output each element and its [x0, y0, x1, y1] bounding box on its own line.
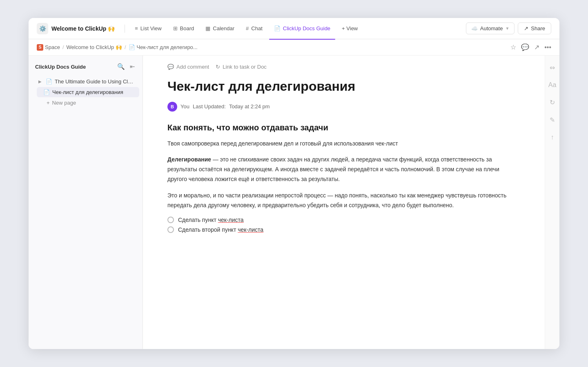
link-to-task-button[interactable]: ↻ Link to task or Doc: [216, 64, 267, 70]
breadcrumb-actions: ☆ 💬 ↗ •••: [510, 43, 551, 51]
nav-actions: ☁️ Automate ▼ ↗ Share: [466, 22, 551, 34]
board-icon: ⊞: [173, 25, 178, 31]
breadcrumb-space-label: Space: [45, 44, 60, 50]
doc-title: Чек-лист для делегирования: [167, 78, 512, 95]
expand-icon[interactable]: ↗: [534, 43, 539, 51]
doc-paragraph-1: Твоя самопроверка перед делегированием д…: [167, 139, 512, 149]
new-page-button[interactable]: + New page: [32, 98, 139, 108]
doc-tab-icon: 📄: [274, 25, 281, 31]
breadcrumb-doc-icon: 📄: [129, 44, 135, 50]
doc-paragraph-2: Делегирование — это не спихивание своих …: [167, 155, 512, 184]
add-view-label: + View: [342, 25, 358, 31]
logo-icon: ⚙️: [37, 23, 48, 34]
breadcrumb-sep-1: /: [62, 44, 64, 50]
add-comment-label: Add comment: [176, 64, 209, 70]
breadcrumb-workspace[interactable]: Welcome to ClickUp 🙌: [67, 44, 122, 50]
doc-paragraph-2-bold: Делегирование: [167, 156, 211, 163]
tab-calendar[interactable]: ▦ Calendar: [200, 23, 239, 34]
content-area: 💬 Add comment ↻ Link to task or Doc Чек-…: [143, 56, 559, 349]
tree-item-label-1: The Ultimate Guide to Using ClickUp...: [55, 78, 134, 85]
top-nav: ⚙️ Welcome to ClickUp 🙌 ≡ List View ⊞ Bo…: [29, 18, 559, 39]
star-icon[interactable]: ☆: [510, 43, 516, 51]
sidebar: ClickUp Docs Guide 🔍 ⇤ ▶ 📄 The Ultimate …: [29, 56, 143, 349]
tree-item-checklist[interactable]: 📄 Чек-лист для делегирования: [37, 87, 139, 97]
tree-chevron-icon: ▶: [38, 79, 43, 84]
app-logo[interactable]: ⚙️ Welcome to ClickUp 🙌: [37, 23, 115, 34]
doc-author: You: [180, 103, 189, 110]
automate-button[interactable]: ☁️ Automate ▼: [466, 22, 515, 34]
hash-icon: #: [246, 25, 249, 31]
doc-section-heading: Как понять, что можно отдавать задачи: [167, 123, 512, 132]
app-title: Welcome to ClickUp 🙌: [51, 25, 115, 32]
link-icon: ↻: [216, 64, 220, 70]
doc-content: 💬 Add comment ↻ Link to task or Doc Чек-…: [143, 56, 545, 349]
automate-icon: ☁️: [471, 25, 478, 31]
automate-label: Automate: [480, 25, 503, 31]
doc-paragraph-3: Это и морально, и по части реализации не…: [167, 191, 512, 210]
edit-icon[interactable]: ✎: [548, 114, 557, 125]
automate-chevron-icon: ▼: [505, 26, 509, 31]
right-toolbar: ⇔ Aa ↻ ✎ ↑: [545, 56, 559, 349]
tab-board[interactable]: ⊞ Board: [168, 23, 199, 34]
share-label: Share: [531, 25, 545, 31]
sidebar-collapse-icon[interactable]: ⇤: [129, 62, 136, 71]
nav-divider: [125, 25, 125, 33]
breadcrumb-workspace-label: Welcome to ClickUp 🙌: [67, 44, 122, 50]
breadcrumb-doc-label: Чек-лист для делегиро...: [137, 44, 198, 50]
font-size-icon[interactable]: Aa: [547, 80, 558, 90]
breadcrumb: S Space / Welcome to ClickUp 🙌 / 📄 Чек-л…: [29, 39, 559, 56]
sidebar-search-icon[interactable]: 🔍: [116, 62, 126, 71]
checklist-item-2: Сделать второй пункт чек-листа: [167, 226, 512, 233]
tree-item-ultimate-guide[interactable]: ▶ 📄 The Ultimate Guide to Using ClickUp.…: [32, 76, 139, 87]
calendar-icon: ▦: [205, 25, 210, 31]
sidebar-header-actions: 🔍 ⇤: [116, 62, 136, 71]
add-comment-icon: 💬: [167, 64, 174, 70]
checklist-text-2: Сделать второй пункт чек-листа: [178, 226, 263, 233]
share-icon: ↗: [524, 25, 528, 31]
main-body: ClickUp Docs Guide 🔍 ⇤ ▶ 📄 The Ultimate …: [29, 56, 559, 349]
tab-chat-label: Chat: [251, 25, 262, 31]
checklist-text-1: Сделать пункт чек-листа: [178, 217, 244, 223]
new-page-label: New page: [52, 100, 76, 106]
new-page-plus-icon: +: [47, 100, 50, 106]
checklist-radio-2[interactable]: [167, 226, 174, 233]
doc-toolbar: 💬 Add comment ↻ Link to task or Doc: [167, 64, 512, 70]
last-updated: Today at 2:24 pm: [229, 103, 270, 110]
breadcrumb-space[interactable]: S Space: [37, 44, 60, 51]
avatar: B: [167, 102, 177, 112]
doc-meta: B You Last Updated: Today at 2:24 pm: [167, 102, 512, 112]
add-view-button[interactable]: + View: [337, 23, 363, 34]
checklist-item-1: Сделать пункт чек-листа: [167, 217, 512, 223]
tab-list-view-label: List View: [140, 25, 162, 31]
tab-clickup-docs-guide[interactable]: 📄 ClickUp Docs Guide: [269, 23, 335, 34]
checklist-radio-1[interactable]: [167, 217, 174, 223]
sidebar-title: ClickUp Docs Guide: [35, 64, 86, 70]
tab-docs-guide-label: ClickUp Docs Guide: [283, 25, 330, 31]
last-updated-prefix: Last Updated:: [193, 103, 226, 110]
checklist: Сделать пункт чек-листа Сделать второй п…: [167, 217, 512, 233]
upload-icon[interactable]: ↑: [549, 132, 556, 143]
tree-item-label-2: Чек-лист для делегирования: [52, 89, 134, 95]
more-options-icon[interactable]: •••: [544, 44, 551, 51]
space-icon: S: [37, 44, 43, 51]
share-button[interactable]: ↗ Share: [518, 22, 551, 34]
add-comment-button[interactable]: 💬 Add comment: [167, 64, 209, 70]
doc-paragraph-2-rest: — это не спихивание своих задач на други…: [167, 156, 499, 182]
tab-calendar-label: Calendar: [213, 25, 234, 31]
tab-chat[interactable]: # Chat: [241, 23, 267, 34]
comment-icon[interactable]: 💬: [521, 43, 529, 51]
sidebar-header: ClickUp Docs Guide 🔍 ⇤: [29, 62, 143, 76]
tab-list-view[interactable]: ≡ List View: [130, 23, 166, 34]
rotate-icon[interactable]: ↻: [548, 97, 557, 108]
breadcrumb-sep-2: /: [125, 44, 126, 50]
tab-board-label: Board: [180, 25, 194, 31]
tree-doc-icon-2: 📄: [43, 89, 50, 95]
sidebar-tree: ▶ 📄 The Ultimate Guide to Using ClickUp.…: [29, 76, 143, 342]
tree-doc-icon-1: 📄: [46, 78, 52, 85]
list-view-icon: ≡: [135, 25, 138, 31]
expand-right-icon[interactable]: ⇔: [548, 62, 557, 73]
breadcrumb-doc[interactable]: 📄 Чек-лист для делегиро...: [129, 44, 198, 50]
link-to-task-label: Link to task or Doc: [223, 64, 267, 70]
